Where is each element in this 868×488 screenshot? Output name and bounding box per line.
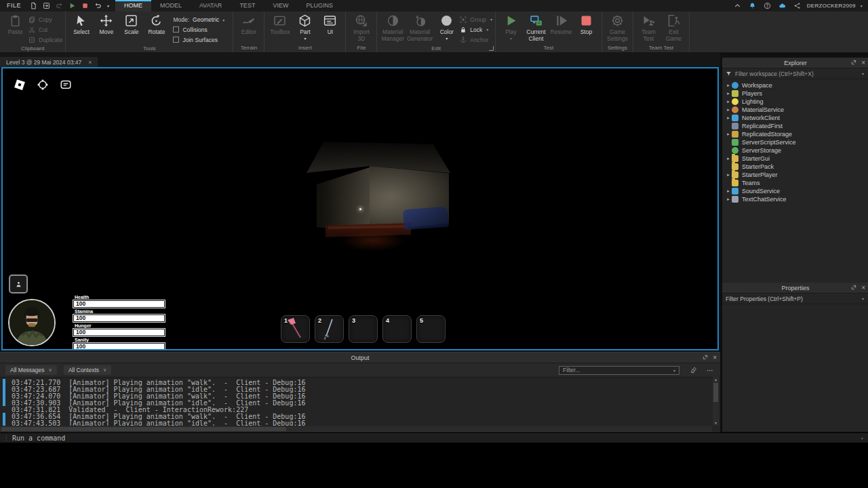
hotbar-slot-1[interactable]: 1 xyxy=(281,315,310,343)
hotbar-slot-4[interactable]: 4 xyxy=(382,315,412,343)
tree-item-materialservice[interactable]: ▸MaterialService xyxy=(722,106,868,114)
tree-item-replicatedfirst[interactable]: ReplicatedFirst xyxy=(722,122,868,130)
gesture-compass-icon[interactable] xyxy=(37,79,49,91)
ui-button[interactable]: UI xyxy=(317,12,342,36)
file-menu-button[interactable]: FILE xyxy=(0,0,28,12)
color-button[interactable]: Color▾ xyxy=(434,12,459,41)
hotbar-slot-2[interactable]: 2 xyxy=(315,315,344,343)
undo-icon[interactable] xyxy=(92,1,103,11)
current-client-button[interactable]: Current Client xyxy=(524,12,549,42)
explorer-filter-input[interactable]: Filter workspace (Ctrl+Shift+X) ▾ xyxy=(722,68,868,79)
tree-expand-icon[interactable]: ▸ xyxy=(725,131,732,137)
hotbar-slot-5[interactable]: 5 xyxy=(416,315,446,343)
log-line[interactable]: 03:47:23.687 [Animator] Playing animatio… xyxy=(0,386,713,392)
tree-item-replicatedstorage[interactable]: ▸ReplicatedStorage xyxy=(722,130,868,138)
float-window-icon[interactable] xyxy=(703,354,708,361)
rotate-button[interactable]: Rotate xyxy=(144,12,169,36)
tree-expand-icon[interactable]: ▸ xyxy=(725,91,732,96)
tree-expand-icon[interactable]: ▸ xyxy=(725,107,732,113)
tree-item-startergui[interactable]: ▸StarterGui xyxy=(722,155,868,163)
qat-dropdown-icon[interactable]: ▾ xyxy=(105,1,111,11)
output-filter-input[interactable]: Filter... ▾ xyxy=(559,366,679,375)
tree-item-starterplayer[interactable]: ▸StarterPlayer xyxy=(722,171,868,179)
notifications-icon[interactable] xyxy=(748,1,757,10)
part-button[interactable]: Part▾ xyxy=(292,12,317,41)
stop-run-icon[interactable] xyxy=(79,1,90,11)
tree-expand-icon[interactable]: ▸ xyxy=(725,99,732,104)
tab-avatar[interactable]: AVATAR xyxy=(191,0,231,12)
more-options-button[interactable]: ⋯ xyxy=(705,365,715,375)
stop-button[interactable]: Stop xyxy=(574,12,599,36)
tree-item-serverscriptservice[interactable]: ServerScriptService xyxy=(722,138,868,146)
tree-item-teams[interactable]: Teams xyxy=(722,179,868,187)
output-horizontal-scrollbar[interactable] xyxy=(0,426,712,432)
log-line[interactable]: 03:47:24.070 [Animator] Playing animatio… xyxy=(0,392,713,399)
scrollbar-thumb[interactable] xyxy=(713,383,718,402)
lock-button[interactable]: Lock▾ xyxy=(459,24,492,35)
emote-button[interactable] xyxy=(9,274,28,293)
3d-viewport[interactable]: Health100Stamina100Hunger100Sanity100 12… xyxy=(1,67,719,350)
messages-filter-dropdown[interactable]: All Messages ∨ xyxy=(5,365,57,375)
tree-item-networkclient[interactable]: ▸NetworkClient xyxy=(722,114,868,122)
output-vertical-scrollbar[interactable]: ▲ ▼ xyxy=(713,377,719,426)
tree-item-textchatservice[interactable]: ▸TextChatService xyxy=(722,195,868,203)
cloud-sync-icon[interactable] xyxy=(778,1,787,10)
tab-test[interactable]: TEST xyxy=(231,0,264,12)
contexts-filter-dropdown[interactable]: All Contexts ∨ xyxy=(64,365,111,375)
tree-expand-icon[interactable]: ▸ xyxy=(725,188,732,194)
tree-item-soundservice[interactable]: ▸SoundService xyxy=(722,187,868,195)
tree-item-workspace[interactable]: ▸Workspace xyxy=(722,81,868,89)
chat-icon[interactable] xyxy=(60,79,72,91)
run-icon[interactable] xyxy=(66,1,77,11)
tree-expand-icon[interactable]: ▸ xyxy=(725,197,732,202)
hotbar-slot-3[interactable]: 3 xyxy=(349,315,378,343)
chevron-down-icon: ▾ xyxy=(222,18,224,22)
tree-expand-icon[interactable]: ▸ xyxy=(725,83,732,88)
log-line[interactable]: 03:47:36.654 [Animator] Playing animatio… xyxy=(0,413,713,420)
close-icon[interactable]: × xyxy=(861,285,865,291)
select-button[interactable]: Select xyxy=(68,12,94,36)
tab-home[interactable]: HOME xyxy=(115,0,151,12)
roblox-logo-icon[interactable] xyxy=(14,79,26,91)
tree-expand-icon[interactable]: ▸ xyxy=(725,172,732,178)
scroll-down-icon[interactable]: ▼ xyxy=(713,420,719,426)
redo-icon[interactable] xyxy=(54,1,64,11)
scroll-up-icon[interactable]: ▲ xyxy=(713,377,719,382)
scale-button[interactable]: Scale xyxy=(119,12,144,36)
join-surfaces-checkbox[interactable]: Join Surfaces xyxy=(173,35,229,45)
command-bar[interactable]: ⋮ Run a command ▾ xyxy=(0,432,868,443)
move-button[interactable]: Move xyxy=(94,12,119,36)
open-insert-icon[interactable] xyxy=(41,1,52,11)
viewport-tab[interactable]: Level 3 @ 29 Mai 2024 03:47 × xyxy=(0,57,98,67)
collapse-ribbon-icon[interactable] xyxy=(733,1,742,10)
new-document-icon[interactable] xyxy=(28,1,39,11)
close-icon[interactable]: × xyxy=(88,59,92,66)
float-window-icon[interactable] xyxy=(851,60,856,66)
mode-dropdown[interactable]: Mode:Geometric▾ xyxy=(173,15,229,24)
properties-filter-input[interactable]: Filter Properties (Ctrl+Shift+P) ▾ xyxy=(722,293,868,304)
tab-view[interactable]: VIEW xyxy=(264,0,297,12)
collisions-checkbox[interactable]: Collisions xyxy=(173,24,229,35)
close-icon[interactable]: × xyxy=(861,60,865,66)
tree-item-serverstorage[interactable]: ServerStorage xyxy=(722,146,868,155)
tree-item-players[interactable]: ▸Players xyxy=(722,89,868,98)
tree-expand-icon[interactable]: ▸ xyxy=(725,156,732,161)
tree-expand-icon[interactable]: ▸ xyxy=(725,115,732,121)
log-line[interactable]: 03:47:31.821 Validated - Client - Intera… xyxy=(0,406,713,413)
tab-plugins[interactable]: PLUGINS xyxy=(297,0,342,12)
help-icon[interactable] xyxy=(763,1,772,10)
account-menu[interactable]: DERZOCKER2009 ▾ xyxy=(807,3,863,9)
log-line[interactable]: 03:47:43.503 [Animator] Playing animatio… xyxy=(0,420,713,426)
tab-model[interactable]: MODEL xyxy=(151,0,191,12)
clear-output-button[interactable] xyxy=(689,365,698,375)
close-icon[interactable]: × xyxy=(713,354,717,361)
float-window-icon[interactable] xyxy=(851,285,856,291)
output-log[interactable]: 03:47:21.770 [Animator] Playing animatio… xyxy=(0,377,713,426)
log-line[interactable]: 03:47:21.770 [Animator] Playing animatio… xyxy=(0,379,713,386)
tree-item-lighting[interactable]: ▸Lighting xyxy=(722,98,868,106)
group-expander-icon[interactable] xyxy=(489,46,494,51)
scrollbar-thumb[interactable] xyxy=(1,427,286,431)
share-icon[interactable] xyxy=(793,1,802,10)
tree-item-starterpack[interactable]: StarterPack xyxy=(722,163,868,171)
log-line[interactable]: 03:47:30.903 [Animator] Playing animatio… xyxy=(0,399,713,406)
